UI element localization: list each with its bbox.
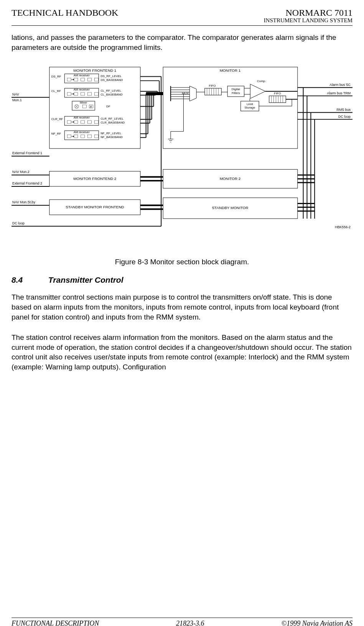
label-limit2: Storage: [244, 106, 255, 110]
svg-rect-27: [67, 120, 71, 124]
section-title-text: Transmitter Control: [48, 275, 124, 284]
svg-rect-28: [74, 120, 78, 124]
label-rms: RMS bus: [337, 108, 351, 112]
label-ef1: External Frontend 1: [12, 151, 42, 155]
section-heading: 8.4 Transmitter Control: [12, 275, 352, 285]
footer-left: FUNCTIONAL DESCRIPTION: [12, 619, 99, 626]
label-dfilt1: Digital: [232, 87, 240, 91]
amrx4: AM receiver: [74, 130, 90, 134]
label-navmon2: NAV Mon.2: [12, 170, 30, 174]
svg-rect-34: [67, 135, 71, 138]
out-clr-lvl: CLR_RF_LEVEL: [100, 117, 124, 120]
out-cl-lvl: CL_RF_LEVEL: [100, 89, 122, 92]
svg-rect-7: [67, 78, 71, 81]
page-footer: FUNCTIONAL DESCRIPTION 21823-3.6 ©1999 N…: [12, 619, 352, 626]
out-clr-bb: CLR_BASEBAND: [100, 121, 125, 124]
out-nf-lvl: NF_RF_LEVEL: [100, 132, 122, 135]
label-hbk: HBK556-2: [335, 225, 351, 229]
footer-center: 21823-3.6: [176, 619, 204, 626]
svg-rect-14: [67, 92, 71, 96]
section-number: 8.4: [12, 275, 46, 285]
svg-rect-15: [74, 92, 78, 96]
intro-paragraph: lations, and passes the parameters to th…: [12, 33, 352, 52]
block-mon1: [163, 67, 298, 148]
label-fifo2: FIFO: [274, 92, 281, 95]
label-smfe: STANDBY MONITOR FRONTEND: [66, 205, 124, 209]
svg-rect-31: [88, 120, 92, 124]
label-smon: STANDBY MONITOR: [212, 206, 249, 210]
header-rule: [12, 25, 352, 26]
label-comp: Comp.: [257, 80, 266, 83]
header-right: NORMARC 7011: [286, 8, 352, 18]
svg-rect-10: [81, 78, 85, 81]
label-dcloop-right: DC loop: [338, 115, 351, 119]
label-mon1: Mon.1: [12, 98, 22, 102]
label-ef2: External Frontend 2: [12, 181, 42, 185]
svg-rect-37: [81, 135, 85, 138]
svg-rect-38: [88, 135, 92, 138]
amrx2: AM receiver: [74, 88, 90, 91]
svg-rect-24: [83, 105, 87, 108]
svg-rect-11: [88, 78, 92, 81]
amrx3: AM receiver: [74, 116, 90, 119]
label-dcloop-left: DC loop: [12, 221, 25, 225]
figure-caption: Figure 8-3 Monitor section block diagram…: [12, 258, 352, 266]
footer-rule: [12, 618, 352, 618]
paragraph-1: The transmitter control sections main pu…: [12, 292, 352, 322]
label-fifo1: FIFO: [209, 84, 216, 87]
out-df: DF: [106, 105, 110, 108]
svg-rect-32: [94, 120, 98, 124]
svg-rect-35: [74, 135, 78, 138]
in-nf: NF_RF: [51, 132, 61, 135]
footer-right: ©1999 Navia Aviation AS: [281, 619, 352, 626]
svg-rect-86: [269, 96, 286, 103]
amrx1: AM receiver: [74, 74, 90, 77]
label-mfe1: MONITOR FRONTEND 1: [73, 68, 116, 72]
block-diagram: NAV Mon.1 External Frontend 1 NAV Mon.2 …: [12, 58, 352, 250]
header-sub: INSTRUMENT LANDING SYSTEM: [12, 17, 352, 24]
svg-rect-17: [81, 92, 85, 96]
in-ds: DS_RF: [51, 75, 61, 79]
svg-rect-30: [81, 120, 85, 124]
out-cl-bb: CL_BASEBAND: [100, 93, 123, 96]
in-clr: CLR_RF: [51, 117, 63, 121]
label-abus-trm: Alarm bus TRM: [327, 91, 351, 95]
svg-rect-39: [94, 135, 98, 138]
label-abus-sc: Alarm bus SC: [329, 83, 351, 87]
out-ds-lvl: DS_RF_LEVEL: [100, 75, 122, 78]
svg-rect-72: [205, 88, 221, 95]
svg-rect-19: [94, 92, 98, 96]
svg-rect-18: [88, 92, 92, 96]
label-limit1: Limit: [247, 102, 253, 106]
svg-rect-8: [74, 78, 78, 81]
label-dfilt2: Filters: [232, 91, 240, 95]
paragraph-2: The station control receives alarm infor…: [12, 333, 352, 372]
mixer-label: Mixer: [80, 101, 87, 104]
label-nav: NAV: [12, 92, 19, 96]
page-header: TECHNICAL HANDBOOK NORMARC 7011: [12, 8, 352, 18]
out-ds-bb: DS_BASEBAND: [100, 79, 123, 82]
label-mfe2: MONITOR FRONTEND 2: [73, 176, 116, 181]
header-left: TECHNICAL HANDBOOK: [12, 8, 118, 18]
out-nf-bb: NF_BASEBAND: [100, 135, 123, 139]
label-navstby: NAV Mon.St.by: [12, 201, 36, 204]
svg-rect-12: [94, 78, 98, 81]
label-mon1-block: MONITOR 1: [220, 68, 241, 72]
in-cl: CL_RF: [51, 89, 61, 93]
label-mon2: MONITOR 2: [220, 176, 241, 181]
